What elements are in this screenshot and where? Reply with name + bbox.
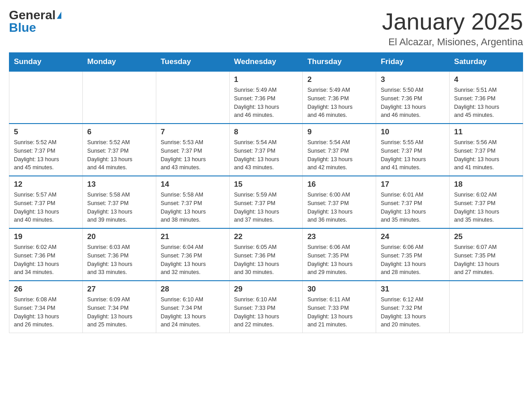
calendar-day-2: 2Sunrise: 5:49 AMSunset: 7:36 PMDaylight… — [303, 71, 376, 124]
calendar-day-16: 16Sunrise: 6:00 AMSunset: 7:37 PMDayligh… — [303, 176, 376, 228]
calendar-day-28: 28Sunrise: 6:10 AMSunset: 7:34 PMDayligh… — [156, 281, 229, 333]
day-info: Sunrise: 6:11 AMSunset: 7:33 PMDaylight:… — [307, 295, 371, 329]
day-info: Sunrise: 5:51 AMSunset: 7:36 PMDaylight:… — [454, 86, 518, 120]
day-info: Sunrise: 5:59 AMSunset: 7:37 PMDaylight:… — [234, 191, 298, 224]
day-number: 19 — [14, 232, 78, 241]
day-number: 27 — [87, 285, 151, 294]
calendar-day-31: 31Sunrise: 6:12 AMSunset: 7:32 PMDayligh… — [376, 281, 450, 333]
calendar-day-10: 10Sunrise: 5:55 AMSunset: 7:37 PMDayligh… — [376, 124, 450, 176]
calendar-day-29: 29Sunrise: 6:10 AMSunset: 7:33 PMDayligh… — [229, 281, 303, 333]
calendar-week-3: 12Sunrise: 5:57 AMSunset: 7:37 PMDayligh… — [9, 176, 523, 228]
day-info: Sunrise: 5:56 AMSunset: 7:37 PMDaylight:… — [454, 138, 518, 172]
day-number: 2 — [307, 75, 371, 84]
day-number: 9 — [307, 128, 371, 137]
calendar-day-4: 4Sunrise: 5:51 AMSunset: 7:36 PMDaylight… — [450, 71, 523, 124]
calendar-day-25: 25Sunrise: 6:07 AMSunset: 7:35 PMDayligh… — [450, 228, 523, 281]
column-header-tuesday: Tuesday — [156, 53, 229, 72]
day-info: Sunrise: 5:50 AMSunset: 7:36 PMDaylight:… — [381, 86, 445, 120]
day-info: Sunrise: 5:52 AMSunset: 7:37 PMDaylight:… — [87, 138, 151, 172]
day-number: 12 — [14, 180, 78, 189]
day-info: Sunrise: 6:01 AMSunset: 7:37 PMDaylight:… — [381, 191, 445, 224]
column-header-saturday: Saturday — [450, 53, 523, 72]
calendar-day-9: 9Sunrise: 5:54 AMSunset: 7:37 PMDaylight… — [303, 124, 376, 176]
column-header-thursday: Thursday — [303, 53, 376, 72]
calendar-day-15: 15Sunrise: 5:59 AMSunset: 7:37 PMDayligh… — [229, 176, 303, 228]
day-number: 31 — [381, 285, 445, 294]
day-number: 11 — [454, 128, 518, 137]
calendar-day-8: 8Sunrise: 5:54 AMSunset: 7:37 PMDaylight… — [229, 124, 303, 176]
calendar-day-13: 13Sunrise: 5:58 AMSunset: 7:37 PMDayligh… — [82, 176, 156, 228]
day-number: 14 — [161, 180, 225, 189]
calendar-day-26: 26Sunrise: 6:08 AMSunset: 7:34 PMDayligh… — [9, 281, 83, 333]
calendar-day-30: 30Sunrise: 6:11 AMSunset: 7:33 PMDayligh… — [303, 281, 376, 333]
day-number: 22 — [234, 232, 298, 241]
calendar-day-11: 11Sunrise: 5:56 AMSunset: 7:37 PMDayligh… — [450, 124, 523, 176]
logo-blue-text: Blue — [9, 21, 36, 34]
day-info: Sunrise: 6:08 AMSunset: 7:34 PMDaylight:… — [14, 295, 78, 329]
calendar-day-24: 24Sunrise: 6:06 AMSunset: 7:35 PMDayligh… — [376, 228, 450, 281]
day-number: 23 — [307, 232, 371, 241]
calendar-week-4: 19Sunrise: 6:02 AMSunset: 7:36 PMDayligh… — [9, 228, 523, 281]
calendar-day-27: 27Sunrise: 6:09 AMSunset: 7:34 PMDayligh… — [82, 281, 156, 333]
calendar-empty-cell — [9, 71, 83, 124]
day-number: 3 — [381, 75, 445, 84]
logo-general-text: General — [9, 9, 56, 21]
calendar-header-row: SundayMondayTuesdayWednesdayThursdayFrid… — [9, 53, 523, 72]
day-info: Sunrise: 6:05 AMSunset: 7:36 PMDaylight:… — [234, 243, 298, 277]
day-info: Sunrise: 6:10 AMSunset: 7:33 PMDaylight:… — [234, 295, 298, 329]
day-info: Sunrise: 6:03 AMSunset: 7:36 PMDaylight:… — [87, 243, 151, 277]
day-info: Sunrise: 5:49 AMSunset: 7:36 PMDaylight:… — [307, 86, 371, 120]
day-number: 26 — [14, 285, 78, 294]
day-info: Sunrise: 5:57 AMSunset: 7:37 PMDaylight:… — [14, 191, 78, 224]
day-number: 30 — [307, 285, 371, 294]
day-info: Sunrise: 6:02 AMSunset: 7:37 PMDaylight:… — [454, 191, 518, 224]
day-number: 20 — [87, 232, 151, 241]
calendar-day-20: 20Sunrise: 6:03 AMSunset: 7:36 PMDayligh… — [82, 228, 156, 281]
day-number: 18 — [454, 180, 518, 189]
day-number: 1 — [234, 75, 298, 84]
day-info: Sunrise: 5:52 AMSunset: 7:37 PMDaylight:… — [14, 138, 78, 172]
day-info: Sunrise: 6:02 AMSunset: 7:36 PMDaylight:… — [14, 243, 78, 277]
column-header-wednesday: Wednesday — [229, 53, 303, 72]
column-header-monday: Monday — [82, 53, 156, 72]
day-number: 15 — [234, 180, 298, 189]
calendar-title: January 2025 — [382, 9, 523, 34]
calendar-day-23: 23Sunrise: 6:06 AMSunset: 7:35 PMDayligh… — [303, 228, 376, 281]
calendar-day-22: 22Sunrise: 6:05 AMSunset: 7:36 PMDayligh… — [229, 228, 303, 281]
calendar-day-18: 18Sunrise: 6:02 AMSunset: 7:37 PMDayligh… — [450, 176, 523, 228]
calendar-day-1: 1Sunrise: 5:49 AMSunset: 7:36 PMDaylight… — [229, 71, 303, 124]
day-info: Sunrise: 5:54 AMSunset: 7:37 PMDaylight:… — [234, 138, 298, 172]
day-number: 28 — [161, 285, 225, 294]
day-number: 7 — [161, 128, 225, 137]
calendar-empty-cell — [156, 71, 229, 124]
day-number: 8 — [234, 128, 298, 137]
day-info: Sunrise: 6:07 AMSunset: 7:35 PMDaylight:… — [454, 243, 518, 277]
calendar-day-19: 19Sunrise: 6:02 AMSunset: 7:36 PMDayligh… — [9, 228, 83, 281]
day-info: Sunrise: 5:58 AMSunset: 7:37 PMDaylight:… — [161, 191, 225, 224]
day-number: 24 — [381, 232, 445, 241]
calendar-day-21: 21Sunrise: 6:04 AMSunset: 7:36 PMDayligh… — [156, 228, 229, 281]
day-number: 5 — [14, 128, 78, 137]
calendar-day-5: 5Sunrise: 5:52 AMSunset: 7:37 PMDaylight… — [9, 124, 83, 176]
day-info: Sunrise: 5:55 AMSunset: 7:37 PMDaylight:… — [381, 138, 445, 172]
day-info: Sunrise: 6:00 AMSunset: 7:37 PMDaylight:… — [307, 191, 371, 224]
day-info: Sunrise: 5:58 AMSunset: 7:37 PMDaylight:… — [87, 191, 151, 224]
day-info: Sunrise: 5:49 AMSunset: 7:36 PMDaylight:… — [234, 86, 298, 120]
day-info: Sunrise: 6:12 AMSunset: 7:32 PMDaylight:… — [381, 295, 445, 329]
day-info: Sunrise: 5:54 AMSunset: 7:37 PMDaylight:… — [307, 138, 371, 172]
calendar-day-12: 12Sunrise: 5:57 AMSunset: 7:37 PMDayligh… — [9, 176, 83, 228]
calendar-day-3: 3Sunrise: 5:50 AMSunset: 7:36 PMDaylight… — [376, 71, 450, 124]
calendar-table: SundayMondayTuesdayWednesdayThursdayFrid… — [9, 52, 523, 333]
day-info: Sunrise: 6:06 AMSunset: 7:35 PMDaylight:… — [381, 243, 445, 277]
day-number: 6 — [87, 128, 151, 137]
header: General Blue January 2025 El Alcazar, Mi… — [9, 9, 523, 48]
column-header-friday: Friday — [376, 53, 450, 72]
calendar-empty-cell — [82, 71, 156, 124]
day-info: Sunrise: 6:04 AMSunset: 7:36 PMDaylight:… — [161, 243, 225, 277]
column-header-sunday: Sunday — [9, 53, 83, 72]
calendar-day-17: 17Sunrise: 6:01 AMSunset: 7:37 PMDayligh… — [376, 176, 450, 228]
logo-triangle-icon — [57, 12, 61, 19]
calendar-week-5: 26Sunrise: 6:08 AMSunset: 7:34 PMDayligh… — [9, 281, 523, 333]
day-number: 13 — [87, 180, 151, 189]
calendar-day-7: 7Sunrise: 5:53 AMSunset: 7:37 PMDaylight… — [156, 124, 229, 176]
